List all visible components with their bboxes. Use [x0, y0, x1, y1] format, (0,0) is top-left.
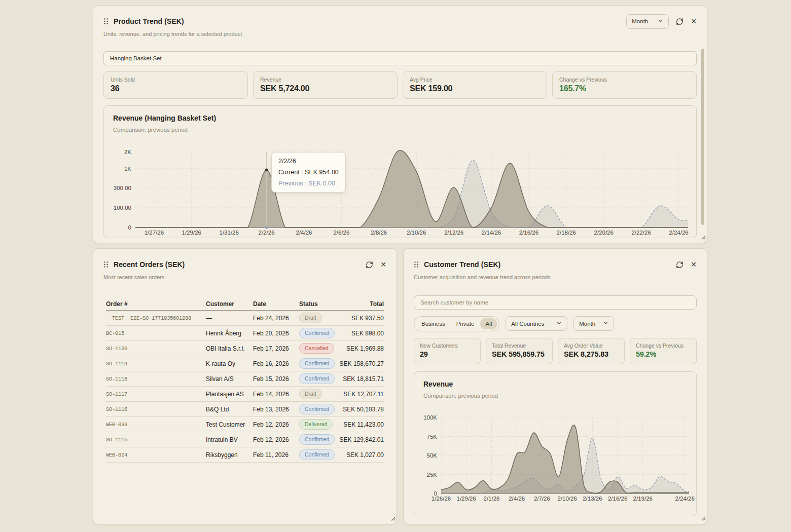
order-total: SEK 158,670.27 — [340, 360, 384, 367]
drag-handle-icon[interactable] — [414, 261, 419, 268]
x-tick-label: 2/22/26 — [631, 230, 651, 236]
stat-avg-order-value: Avg Order Value SEK 8,275.83 — [558, 338, 625, 364]
customer-name: Silvan A/S — [206, 375, 253, 383]
close-button[interactable]: ✕ — [691, 261, 697, 268]
x-tick-label: 2/4/26 — [296, 230, 312, 236]
stat-change-vs-previous: Change vs Previous 165.7% — [552, 71, 697, 99]
scrollbar[interactable] — [701, 49, 704, 225]
status-badge: Confirmed — [299, 328, 335, 338]
order-number: SO-1118 — [106, 376, 206, 382]
order-date: Feb 13, 2026 — [253, 406, 299, 413]
resize-handle-icon[interactable] — [701, 514, 706, 523]
table-row[interactable]: WEB-033Test CustomerFeb 12, 2026Delivere… — [106, 417, 384, 432]
y-tick-label: 0 — [128, 224, 131, 231]
table-row[interactable]: WEB-024RiksbyggenFeb 11, 2026ConfirmedSE… — [106, 447, 384, 463]
segment-all[interactable]: All — [480, 318, 497, 329]
x-tick-label: 2/4/26 — [509, 496, 525, 502]
stat-change-vs-previous: Change vs Previous 59.2% — [630, 338, 697, 364]
x-tick-label: 2/20/26 — [594, 230, 614, 236]
country-select-value: All Countries — [511, 321, 544, 327]
customer-name: Henrik Åberg — [206, 330, 253, 337]
current-point-dot — [265, 169, 268, 172]
tooltip-date: 2/2/26 — [278, 158, 339, 165]
table-row[interactable]: SO-1116B&Q LtdFeb 13, 2026ConfirmedSEK 5… — [106, 402, 384, 417]
orders-table: Order # Customer Date Status Total __TES… — [106, 297, 384, 463]
product-revenue-chart[interactable]: 2K1K300.00100.0001/27/261/29/261/31/262/… — [104, 135, 696, 238]
refresh-button[interactable] — [366, 261, 373, 269]
customer-name: Plantasjen AS — [206, 391, 253, 398]
order-number: SO-1119 — [106, 361, 206, 367]
table-row[interactable]: __TEST__E2E-SO_1771935601288—Feb 24, 202… — [106, 311, 384, 326]
y-tick-label: 50K — [427, 452, 438, 459]
y-tick-label: 100K — [423, 414, 437, 421]
refresh-button[interactable] — [676, 18, 684, 25]
order-number: BC-015 — [106, 330, 206, 336]
customer-revenue-chart-card: Revenue Comparison: previous period 100K… — [414, 371, 697, 516]
order-total: SEK 18,815.71 — [343, 375, 384, 383]
status-badge: Cancelled — [299, 343, 334, 354]
table-row[interactable]: SO-1119K-rauta OyFeb 16, 2026ConfirmedSE… — [106, 356, 384, 371]
status-badge: Confirmed — [299, 449, 335, 460]
chevron-down-icon — [658, 18, 663, 25]
order-date: Feb 12, 2026 — [253, 421, 299, 428]
customer-name: Test Customer — [206, 421, 253, 428]
stat-revenue: Revenue SEK 5,724.00 — [253, 71, 398, 99]
order-date: Feb 15, 2026 — [253, 375, 299, 383]
x-tick-label: 2/24/26 — [675, 496, 695, 502]
segment-private[interactable]: Private — [451, 318, 480, 329]
close-button[interactable]: ✕ — [691, 18, 697, 25]
x-tick-label: 1/29/26 — [182, 230, 201, 236]
stat-total-revenue: Total Revenue SEK 595,859.75 — [486, 338, 553, 364]
col-header-order: Order # — [106, 300, 206, 308]
period-select[interactable]: Month — [573, 316, 614, 331]
order-number: WEB-024 — [106, 452, 206, 458]
order-number: SO-1120 — [106, 346, 206, 352]
order-number: WEB-033 — [106, 422, 206, 428]
close-button[interactable]: ✕ — [380, 261, 386, 268]
customer-name: B&Q Ltd — [206, 406, 253, 413]
order-number: SO-1117 — [106, 391, 206, 397]
order-date: Feb 20, 2026 — [253, 330, 299, 337]
product-stats-row: Units Sold 36 Revenue SEK 5,724.00 Avg P… — [103, 71, 697, 99]
drag-handle-icon[interactable] — [103, 18, 109, 25]
customer-revenue-chart[interactable]: 100K75K50K25K01/26/261/29/262/1/262/4/26… — [414, 414, 698, 516]
x-tick-label: 2/18/26 — [557, 230, 576, 236]
product-input[interactable] — [103, 51, 697, 65]
x-tick-label: 2/16/26 — [608, 496, 627, 502]
table-row[interactable]: SO-1117Plantasjen ASFeb 14, 2026DraftSEK… — [106, 387, 384, 402]
tooltip-current: Current : SEK 954.00 — [278, 169, 339, 176]
status-badge: Draft — [299, 313, 322, 323]
table-row[interactable]: SO-1118Silvan A/SFeb 15, 2026ConfirmedSE… — [106, 371, 384, 387]
customer-name: — — [206, 315, 253, 322]
segment-business[interactable]: Business — [416, 318, 450, 329]
x-tick-label: 2/6/26 — [333, 230, 349, 236]
y-tick-label: 300.00 — [114, 185, 131, 191]
x-tick-label: 2/2/26 — [259, 230, 275, 236]
product-trend-panel: Product Trend (SEK) Month ✕ Units, reven… — [93, 5, 707, 243]
order-date: Feb 14, 2026 — [253, 391, 299, 398]
series-current-area — [441, 425, 689, 493]
stat-new-customers: New Customers 29 — [414, 338, 481, 364]
refresh-button[interactable] — [676, 261, 684, 269]
table-row[interactable]: BC-015Henrik ÅbergFeb 20, 2026ConfirmedS… — [106, 326, 384, 341]
customer-name: K-rauta Oy — [206, 360, 253, 367]
customer-filters-row: Business Private All All Countries Month — [414, 316, 697, 331]
drag-handle-icon[interactable] — [103, 261, 109, 268]
panel-subtitle: Most recent sales orders — [93, 272, 397, 280]
x-tick-label: 2/10/26 — [557, 496, 577, 502]
order-total: SEK 898.00 — [351, 330, 384, 337]
search-input[interactable] — [414, 295, 697, 310]
resize-handle-icon[interactable] — [701, 233, 706, 242]
country-select[interactable]: All Countries — [506, 316, 567, 331]
chart-tooltip: 2/2/26 Current : SEK 954.00 Previous : S… — [271, 152, 346, 193]
period-select[interactable]: Month — [626, 14, 669, 29]
table-row[interactable]: SO-1120OBI Italia S.r.l.Feb 17, 2026Canc… — [106, 341, 384, 356]
product-revenue-chart-card: Revenue (Hanging Basket Set) Comparison:… — [103, 105, 697, 238]
chart-title: Revenue (Hanging Basket Set) — [104, 106, 696, 122]
x-tick-label: 2/7/26 — [534, 496, 550, 502]
chart-subtitle: Comparison: previous period — [414, 388, 696, 399]
customer-type-segment: Business Private All — [414, 316, 499, 331]
resize-handle-icon[interactable] — [391, 514, 396, 523]
table-row[interactable]: SO-1115Intratuin BVFeb 12, 2026Confirmed… — [106, 432, 384, 447]
period-select-value: Month — [579, 321, 595, 327]
